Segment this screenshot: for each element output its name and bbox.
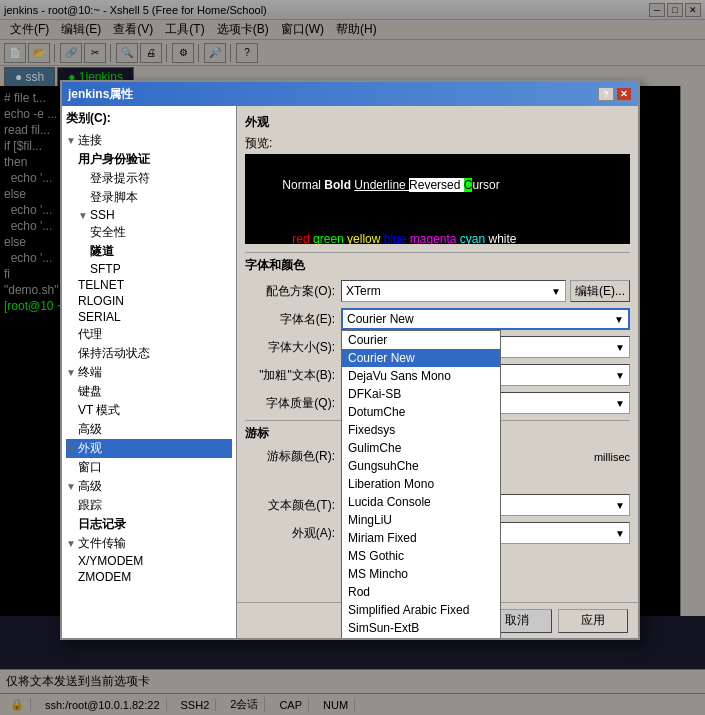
- font-option-liberation[interactable]: Liberation Mono: [342, 475, 500, 493]
- tree-item-keepalive[interactable]: 保持活动状态: [78, 344, 232, 363]
- font-option-source-code-pro[interactable]: Source Code Pro: [342, 637, 500, 638]
- tree-label-window: 窗口: [78, 459, 102, 476]
- tree-panel: 类别(C): ▼ 连接 用户身份验证 登录提示符 登录脚本: [62, 106, 237, 638]
- tree-item-xymodem[interactable]: X/YMODEM: [78, 553, 232, 569]
- tree-label-connect: 连接: [78, 132, 102, 149]
- font-option-lucida[interactable]: Lucida Console: [342, 493, 500, 511]
- dialog-close-btn[interactable]: ✕: [616, 87, 632, 101]
- font-name-value: Courier New: [347, 312, 414, 326]
- tree-indent-file-transfer-sub: X/YMODEM ZMODEM: [78, 553, 232, 585]
- tree-label-rlogin: RLOGIN: [78, 294, 124, 308]
- tree-item-vt-mode[interactable]: VT 模式: [78, 401, 232, 420]
- tree-item-security[interactable]: 安全性: [90, 223, 232, 242]
- tree-item-connect[interactable]: ▼ 连接: [66, 131, 232, 150]
- tree-item-appearance[interactable]: ▼ 外观: [66, 439, 232, 458]
- tree-item-serial[interactable]: SERIAL: [78, 309, 232, 325]
- tree-item-login-prompt[interactable]: 登录提示符: [90, 169, 232, 188]
- tree-item-terminal[interactable]: ▼ 终端: [66, 363, 232, 382]
- font-option-miriam[interactable]: Miriam Fixed: [342, 529, 500, 547]
- font-option-dotumche[interactable]: DotumChe: [342, 403, 500, 421]
- appearance-sub-label: 外观(A):: [245, 525, 335, 542]
- preview-reversed: Reversed: [409, 178, 464, 192]
- preview-magenta1: magenta: [410, 232, 460, 244]
- millisec-label: millisec: [594, 451, 630, 463]
- font-option-fixedsys[interactable]: Fixedsys: [342, 421, 500, 439]
- tree-label-appearance: 外观: [78, 440, 102, 457]
- tree-item-sftp[interactable]: SFTP: [90, 261, 232, 277]
- font-option-mingliu[interactable]: MingLiU: [342, 511, 500, 529]
- tree-item-logging[interactable]: 日志记录: [78, 515, 232, 534]
- font-option-rod[interactable]: Rod: [342, 583, 500, 601]
- tree-item-window[interactable]: 窗口: [78, 458, 232, 477]
- preview-cyan1: cyan: [460, 232, 489, 244]
- font-option-simsun-extb[interactable]: SimSun-ExtB: [342, 619, 500, 637]
- tree-label-auth: 用户身份验证: [78, 151, 150, 168]
- tree-item-proxy[interactable]: 代理: [78, 325, 232, 344]
- font-option-simplified-arabic[interactable]: Simplified Arabic Fixed: [342, 601, 500, 619]
- tree-item-login-script[interactable]: 登录脚本: [90, 188, 232, 207]
- dialog-title-controls: ? ✕: [598, 87, 632, 101]
- dialog-help-btn[interactable]: ?: [598, 87, 614, 101]
- tree-item-telnet[interactable]: TELNET: [78, 277, 232, 293]
- preview-white1: white: [489, 232, 517, 244]
- font-option-gungsuhche[interactable]: GungsuhChe: [342, 457, 500, 475]
- tree-label-sftp: SFTP: [90, 262, 121, 276]
- preview-blue1: blue: [384, 232, 410, 244]
- tree-item-auth[interactable]: 用户身份验证: [78, 150, 232, 169]
- tree-item-keyboard[interactable]: 键盘: [78, 382, 232, 401]
- font-option-dejavu[interactable]: DejaVu Sans Mono: [342, 367, 500, 385]
- tree-label-advanced-terminal: 高级: [78, 421, 102, 438]
- color-scheme-control: XTerm ▼ 编辑(E)...: [341, 280, 630, 302]
- right-content-panel: 外观 预览: Normal Bold Underline Reversed Cu…: [237, 106, 638, 638]
- tree-label-login-prompt: 登录提示符: [90, 170, 150, 187]
- preview-line-1: Normal Bold Underline Reversed Cursor: [249, 158, 626, 212]
- dialog-title: jenkins属性: [68, 86, 133, 103]
- tree-label-terminal: 终端: [78, 364, 102, 381]
- appearance-sub-arrow: ▼: [615, 528, 625, 539]
- font-option-msmincho[interactable]: MS Mincho: [342, 565, 500, 583]
- preview-line-2: red green yellow blue magenta cyan white: [249, 212, 626, 244]
- jenkins-properties-dialog: jenkins属性 ? ✕ 类别(C): ▼ 连接 用户身份验证 登录提示符: [60, 80, 640, 640]
- preview-red1: red: [292, 232, 313, 244]
- preview-yellow1: yellow: [347, 232, 384, 244]
- color-scheme-select[interactable]: XTerm ▼: [341, 280, 566, 302]
- font-option-courier[interactable]: Courier: [342, 331, 500, 349]
- font-name-select[interactable]: Courier New ▼: [341, 308, 630, 330]
- tree-arrow-connect: ▼: [66, 135, 76, 146]
- font-option-gulimche[interactable]: GulimChe: [342, 439, 500, 457]
- tree-label-logging: 日志记录: [78, 516, 126, 533]
- preview-label: 预览:: [245, 135, 630, 152]
- tree-item-zmodem[interactable]: ZMODEM: [78, 569, 232, 585]
- font-option-dfkai[interactable]: DFKai-SB: [342, 385, 500, 403]
- edit-color-btn[interactable]: 编辑(E)...: [570, 280, 630, 302]
- tree-arrow-ssh: ▼: [78, 210, 88, 221]
- tree-indent-ssh-sub: 安全性 隧道 SFTP: [90, 223, 232, 277]
- tree-item-advanced-terminal[interactable]: 高级: [78, 420, 232, 439]
- tree-item-trace[interactable]: 跟踪: [78, 496, 232, 515]
- tree-item-ssh[interactable]: ▼ SSH: [78, 207, 232, 223]
- font-option-msgothic[interactable]: MS Gothic: [342, 547, 500, 565]
- tree-label-xymodem: X/YMODEM: [78, 554, 143, 568]
- font-option-courier-new[interactable]: Courier New: [342, 349, 500, 367]
- color-scheme-arrow: ▼: [551, 286, 561, 297]
- tree-label-login-script: 登录脚本: [90, 189, 138, 206]
- tree-item-advanced[interactable]: ▼ 高级: [66, 477, 232, 496]
- tree-label-ssh: SSH: [90, 208, 115, 222]
- tree-arrow-terminal: ▼: [66, 367, 76, 378]
- bold-text-label: "加粗"文本(B):: [245, 367, 335, 384]
- color-scheme-row: 配色方案(O): XTerm ▼ 编辑(E)...: [245, 280, 630, 302]
- tree-item-tunnel[interactable]: 隧道: [90, 242, 232, 261]
- tree-indent-appearance-sub: 窗口: [78, 458, 232, 477]
- tree-label-tunnel: 隧道: [90, 243, 114, 260]
- font-name-arrow: ▼: [614, 314, 624, 325]
- tree-item-rlogin[interactable]: RLOGIN: [78, 293, 232, 309]
- tree-item-file-transfer[interactable]: ▼ 文件传输: [66, 534, 232, 553]
- font-quality-label: 字体质量(Q):: [245, 395, 335, 412]
- tree-arrow-advanced: ▼: [66, 481, 76, 492]
- font-name-control: Courier New ▼ Courier Courier New DejaVu…: [341, 308, 630, 330]
- font-size-label: 字体大小(S):: [245, 339, 335, 356]
- tree-label-telnet: TELNET: [78, 278, 124, 292]
- preview-normal: Normal: [282, 178, 324, 192]
- tree-label-proxy: 代理: [78, 326, 102, 343]
- apply-button[interactable]: 应用: [558, 609, 628, 633]
